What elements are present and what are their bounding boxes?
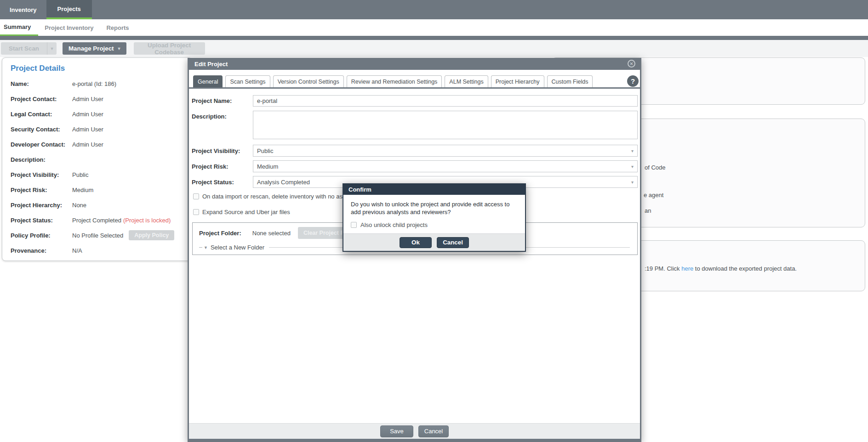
save-button[interactable]: Save [380,425,413,437]
project-risk-value: Medium [257,163,278,170]
export-line-suffix: to download the exported project data. [693,265,797,272]
project-locked-note: (Project is locked) [123,217,171,224]
project-details-title: Project Details [11,64,192,73]
security-contact-link[interactable]: Admin User [72,126,103,133]
developer-contact-link[interactable]: Admin User [72,141,103,148]
close-icon[interactable]: ✕ [628,60,635,68]
caret-down-icon: ▾ [631,180,634,185]
risk-label: Project Risk: [11,187,72,194]
nav-tab-inventory[interactable]: Inventory [0,0,46,19]
confirm-cancel-button[interactable]: Cancel [437,237,469,248]
confirm-dialog: Confirm Do you wish to unlock the projec… [343,183,526,252]
security-contact-label: Security Contact: [11,126,72,133]
caret-down-icon: ▾ [118,46,120,51]
help-icon[interactable]: ? [627,75,639,87]
tab-version-control-settings[interactable]: Version Control Settings [273,75,344,87]
cancel-button[interactable]: Cancel [418,425,449,437]
developer-contact-label: Developer Contact: [11,141,72,148]
detail-row-policy: Policy Profile: No Profile Selected Appl… [11,232,192,239]
tree-expanded-icon[interactable]: ▼ [204,245,208,250]
background-text-scan: an [645,207,651,214]
detail-row-provenance: Provenance: N/A [11,247,192,255]
description-textarea[interactable] [253,111,638,139]
tab-general[interactable]: General [193,75,223,87]
start-scan-dropdown-button[interactable]: ▾ [47,42,57,55]
status-value: Project Completed [72,217,121,224]
edit-project-dialog-header: Edit Project ✕ [189,58,640,70]
tab-custom-fields[interactable]: Custom Fields [547,75,593,87]
risk-value: Medium [72,187,93,194]
edit-project-footer: Save Cancel [189,423,640,439]
nav-tab-projects[interactable]: Projects [46,0,92,19]
detail-row-developer-contact: Developer Contact: Admin User [11,141,192,148]
background-text-lines-of-code: of Code [645,164,666,171]
project-risk-select[interactable]: Medium ▾ [253,160,638,172]
provenance-value: N/A [72,247,82,255]
project-status-label: Project Status: [192,179,234,186]
manage-project-button[interactable]: Manage Project ▾ [63,42,126,55]
detail-row-risk: Project Risk: Medium [11,187,192,194]
secondary-navbar: Summary Project Inventory Reports [0,19,868,36]
download-here-link[interactable]: here [681,265,693,272]
background-text-export-line: :19 PM. Click here to download the expor… [645,265,797,272]
visibility-label: Project Visibility: [11,171,72,179]
nav-divider-bar [0,36,868,40]
project-contact-link[interactable]: Admin User [72,96,103,103]
hierarchy-value: None [72,202,86,209]
project-risk-label: Project Risk: [192,163,228,170]
edit-project-tabstrip: General Scan Settings Version Control Se… [189,75,640,89]
detail-row-security-contact: Security Contact: Admin User [11,126,192,133]
detail-row-name: Name: e-portal (Id: 186) [11,80,192,88]
start-scan-split-button: Start Scan ▾ [1,42,57,55]
detail-row-status: Project Status: Project Completed (Proje… [11,217,192,224]
status-label: Project Status: [11,217,72,224]
description-label: Description: [11,156,72,164]
tab-scan-settings[interactable]: Scan Settings [225,75,270,87]
apply-policy-button[interactable]: Apply Policy [129,230,174,240]
ok-button[interactable]: Ok [400,237,432,248]
legal-contact-label: Legal Contact: [11,111,72,118]
policy-label: Policy Profile: [11,232,72,239]
edit-project-bottom-strip [189,439,640,442]
project-visibility-label: Project Visibility: [192,147,240,154]
project-visibility-value: Public [257,147,273,154]
unlock-child-projects-checkbox[interactable] [351,222,357,228]
export-line-prefix: :19 PM. Click [645,265,681,272]
confirm-footer: Ok Cancel [343,233,525,251]
toolbar: Start Scan ▾ Manage Project ▾ Upload Pro… [0,40,868,57]
tab-review-remediation-settings[interactable]: Review and Remediation Settings [347,75,442,87]
visibility-value: Public [72,171,88,179]
project-contact-label: Project Contact: [11,96,72,103]
confirm-message: Do you wish to unlock the project and pr… [343,195,525,216]
unlock-child-projects-row: Also unlock child projects [351,221,518,228]
project-folder-value: None selected [252,230,291,237]
confirm-dialog-title: Confirm [348,186,371,193]
expand-source-checkbox-label: Expand Source and Uber jar files [202,209,290,215]
subnav-tab-summary[interactable]: Summary [0,19,38,36]
name-label: Name: [11,80,72,88]
delete-inventory-checkbox[interactable] [193,193,199,199]
detail-row-hierarchy: Project Hierarchy: None [11,202,192,209]
tab-project-hierarchy[interactable]: Project Hierarchy [491,75,544,87]
provenance-label: Provenance: [11,247,72,255]
upload-project-codebase-button[interactable]: Upload Project Codebase [134,42,205,55]
project-visibility-select[interactable]: Public ▾ [253,145,638,157]
project-status-value: Analysis Completed [257,179,310,186]
edit-project-dialog-title: Edit Project [194,61,228,68]
unlock-child-projects-label: Also unlock child projects [360,221,428,228]
detail-row-visibility: Project Visibility: Public [11,171,192,179]
subnav-tab-project-inventory[interactable]: Project Inventory [38,19,100,36]
subnav-tab-reports[interactable]: Reports [100,19,135,36]
project-name-label: Project Name: [192,97,232,104]
hierarchy-label: Project Hierarchy: [11,202,72,209]
primary-navbar: Inventory Projects [0,0,868,19]
start-scan-button[interactable]: Start Scan [1,42,47,55]
expand-source-checkbox[interactable] [193,209,199,215]
caret-down-icon: ▾ [631,148,634,153]
description-label: Description: [192,113,227,120]
legal-contact-link[interactable]: Admin User [72,111,103,118]
detail-row-description: Description: [11,156,192,164]
project-name-input[interactable] [253,95,638,107]
policy-value: No Profile Selected [72,232,123,239]
tab-alm-settings[interactable]: ALM Settings [445,75,488,87]
